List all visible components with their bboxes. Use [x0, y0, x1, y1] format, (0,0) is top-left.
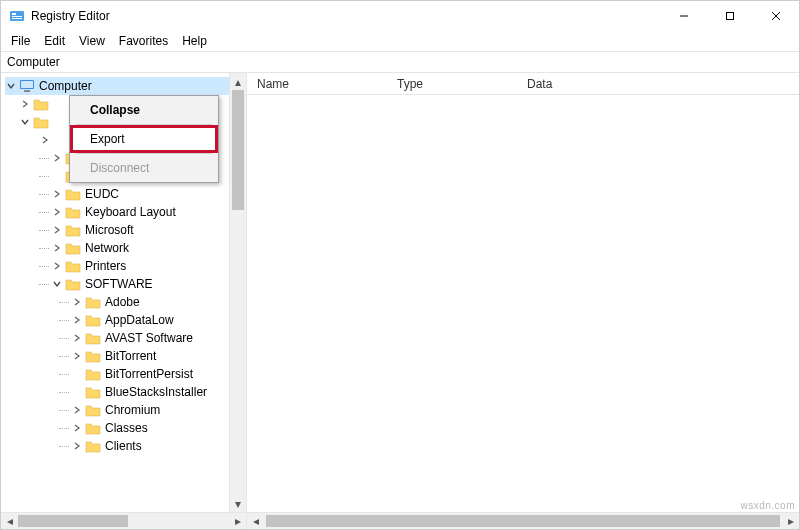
context-menu-export[interactable]: Export — [72, 127, 216, 151]
scroll-thumb[interactable] — [232, 90, 244, 210]
tree-branch-line — [59, 410, 69, 411]
tree-branch-line — [39, 158, 49, 159]
tree-label: BlueStacksInstaller — [105, 385, 207, 399]
tree-node-key[interactable]: Chromium — [5, 401, 229, 419]
tree-branch-line — [59, 374, 69, 375]
maximize-button[interactable] — [707, 1, 753, 31]
tree-node-key[interactable]: SOFTWARE — [5, 275, 229, 293]
scroll-right-icon[interactable]: ▸ — [782, 513, 799, 529]
chevron-down-icon[interactable] — [51, 278, 63, 290]
menu-edit[interactable]: Edit — [38, 32, 71, 50]
address-bar[interactable]: Computer — [1, 51, 799, 73]
folder-icon — [85, 439, 101, 453]
list-horizontal-scrollbar[interactable]: ◂ ▸ — [247, 512, 799, 529]
tree-horizontal-scrollbar[interactable]: ◂ ▸ — [1, 512, 247, 529]
tree-node-key[interactable]: Microsoft — [5, 221, 229, 239]
chevron-right-icon[interactable] — [51, 242, 63, 254]
tree-branch-line — [59, 428, 69, 429]
folder-icon — [85, 385, 101, 399]
menu-help[interactable]: Help — [176, 32, 213, 50]
tree-node-key[interactable]: Network — [5, 239, 229, 257]
tree-branch-line — [39, 266, 49, 267]
app-icon — [9, 8, 25, 24]
chevron-right-icon[interactable] — [51, 224, 63, 236]
chevron-right-icon[interactable] — [19, 98, 31, 110]
tree-label: Microsoft — [85, 223, 134, 237]
folder-icon — [85, 295, 101, 309]
hscroll-row: ◂ ▸ ◂ ▸ — [1, 512, 799, 529]
scroll-right-icon[interactable]: ▸ — [229, 513, 246, 529]
chevron-right-icon[interactable] — [71, 332, 83, 344]
chevron-right-icon[interactable] — [51, 188, 63, 200]
tree-node-key[interactable]: Classes — [5, 419, 229, 437]
chevron-right-icon[interactable] — [71, 296, 83, 308]
chevron-right-icon[interactable] — [71, 422, 83, 434]
scroll-thumb[interactable] — [18, 515, 128, 527]
svg-rect-1 — [12, 13, 16, 15]
tree-node-key[interactable]: Clients — [5, 437, 229, 455]
window-title: Registry Editor — [31, 9, 110, 23]
tree-branch-line — [59, 302, 69, 303]
scroll-left-icon[interactable]: ◂ — [247, 513, 264, 529]
list-pane: Name Type Data — [247, 73, 799, 512]
folder-icon — [85, 331, 101, 345]
chevron-right-icon[interactable] — [71, 350, 83, 362]
chevron-right-icon[interactable] — [71, 440, 83, 452]
tree-label: Chromium — [105, 403, 160, 417]
tree-node-key[interactable]: BlueStacksInstaller — [5, 383, 229, 401]
chevron-right-icon[interactable] — [51, 260, 63, 272]
menu-view[interactable]: View — [73, 32, 111, 50]
scroll-left-icon[interactable]: ◂ — [1, 513, 18, 529]
svg-rect-2 — [12, 16, 22, 17]
folder-icon — [85, 421, 101, 435]
tree-branch-line — [59, 356, 69, 357]
tree-branch-line — [59, 392, 69, 393]
column-header-data[interactable]: Data — [517, 77, 799, 91]
chevron-down-icon[interactable] — [5, 80, 17, 92]
menu-file[interactable]: File — [5, 32, 36, 50]
menu-favorites[interactable]: Favorites — [113, 32, 174, 50]
tree-branch-line — [39, 248, 49, 249]
computer-icon — [19, 79, 35, 93]
tree-branch-line — [59, 320, 69, 321]
folder-icon — [65, 241, 81, 255]
tree-label: BitTorrentPersist — [105, 367, 193, 381]
tree-node-key[interactable]: BitTorrentPersist — [5, 365, 229, 383]
scroll-thumb[interactable] — [266, 515, 780, 527]
window-controls — [661, 1, 799, 31]
scroll-track[interactable] — [18, 513, 229, 529]
tree-node-key[interactable]: AVAST Software — [5, 329, 229, 347]
list-body[interactable] — [247, 95, 799, 512]
context-menu-collapse[interactable]: Collapse — [72, 98, 216, 122]
context-menu: Collapse Export Disconnect — [69, 95, 219, 183]
tree-vertical-scrollbar[interactable]: ▴ ▾ — [229, 73, 246, 512]
chevron-right-icon[interactable] — [39, 134, 51, 146]
close-button[interactable] — [753, 1, 799, 31]
list-header: Name Type Data — [247, 73, 799, 95]
chevron-right-icon[interactable] — [51, 206, 63, 218]
scroll-track[interactable] — [264, 513, 782, 529]
folder-icon — [65, 205, 81, 219]
column-header-type[interactable]: Type — [387, 77, 517, 91]
tree-branch-line — [39, 212, 49, 213]
scroll-up-icon[interactable]: ▴ — [230, 73, 246, 90]
tree-node-key[interactable]: Keyboard Layout — [5, 203, 229, 221]
chevron-down-icon[interactable] — [19, 116, 31, 128]
tree-node-key[interactable]: Adobe — [5, 293, 229, 311]
chevron-right-icon[interactable] — [71, 404, 83, 416]
minimize-button[interactable] — [661, 1, 707, 31]
tree-node-key[interactable]: Printers — [5, 257, 229, 275]
chevron-right-icon[interactable] — [51, 152, 63, 164]
svg-rect-9 — [21, 81, 33, 88]
tree-node-key[interactable]: EUDC — [5, 185, 229, 203]
column-header-name[interactable]: Name — [247, 77, 387, 91]
tree-node-key[interactable]: AppDataLow — [5, 311, 229, 329]
folder-icon — [85, 349, 101, 363]
tree-branch-line — [59, 446, 69, 447]
scroll-track[interactable] — [230, 90, 246, 495]
tree-label: AVAST Software — [105, 331, 193, 345]
tree-node-key[interactable]: BitTorrent — [5, 347, 229, 365]
chevron-right-icon[interactable] — [71, 314, 83, 326]
scroll-down-icon[interactable]: ▾ — [230, 495, 246, 512]
tree-node-computer[interactable]: Computer — [5, 77, 229, 95]
